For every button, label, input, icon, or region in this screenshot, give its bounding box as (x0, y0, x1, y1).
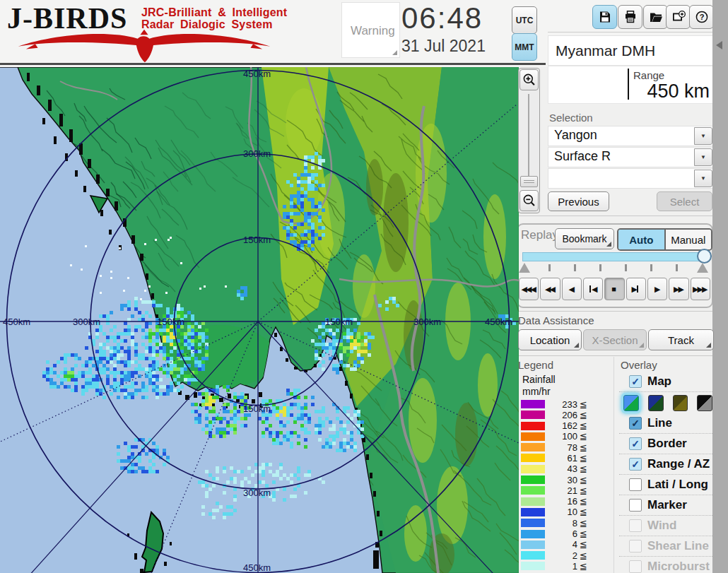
playback-rewind-button[interactable]: ◀◀ (540, 278, 560, 300)
map-style-3-button[interactable] (673, 395, 688, 411)
overlay-item-label: Map (647, 374, 671, 389)
data-assistance-track-button[interactable]: Track (648, 329, 714, 350)
zoom-slider-handle[interactable] (520, 176, 538, 187)
range-label: Range (633, 69, 664, 81)
legend-value: 78 (545, 442, 577, 453)
dropdown-arrow-button[interactable]: ▼ (694, 148, 712, 166)
range-ring-label: 150km (157, 317, 184, 327)
section-divider (516, 355, 712, 356)
utc-button[interactable]: UTC (512, 6, 537, 34)
header-divider (0, 63, 546, 65)
manual-mode-button[interactable]: Manual (666, 230, 712, 249)
selection-label: Selection (549, 112, 593, 124)
collapse-arrow-icon[interactable] (716, 41, 722, 49)
checkbox-border[interactable]: ✓ (629, 437, 642, 450)
overlay-item-label: Lati / Long (647, 478, 708, 492)
legend-leq-symbol: ≦ (580, 528, 587, 539)
checkbox-shearline[interactable] (629, 540, 642, 553)
legend-leq-symbol: ≦ (580, 463, 587, 474)
playback-reverse-play-button[interactable]: ◀ (562, 278, 582, 300)
legend-value: 233 (545, 399, 577, 410)
playback-skip-forward-button[interactable]: ▶▶▶ (691, 278, 710, 300)
legend-row: 21≦ (521, 486, 609, 495)
legend-row: 16≦ (521, 497, 609, 506)
folder-icon (649, 10, 663, 24)
playback-step-forward-button[interactable]: ▶ (626, 278, 646, 300)
checkbox-latilong[interactable] (629, 478, 642, 491)
data-assistance-location-button[interactable]: Location (518, 329, 582, 350)
open-file-button[interactable] (643, 5, 668, 29)
playback-step-back-button[interactable]: ◀ (583, 278, 603, 300)
overlay-item-label: Marker (647, 498, 687, 512)
zoom-in-button[interactable] (519, 69, 539, 90)
slider-tick (676, 264, 678, 271)
auto-mode-button[interactable]: Auto (618, 230, 666, 249)
slider-tick (548, 264, 551, 271)
slider-tick (650, 264, 652, 271)
legend-leq-symbol: ≦ (580, 496, 587, 507)
checkbox-line[interactable]: ✓ (629, 417, 642, 430)
legend-value: 6 (545, 528, 577, 539)
checkbox-rangeaz[interactable]: ✓ (629, 458, 642, 471)
checkbox-map[interactable]: ✓ (629, 375, 642, 388)
legend-row: 2≦ (521, 551, 609, 560)
playback-controls: ◀◀◀◀◀◀◀■▶▶▶▶▶▶▶ (519, 278, 710, 300)
site-dropdown[interactable]: Yangon ▼ (548, 126, 714, 146)
previous-button[interactable]: Previous (548, 191, 609, 211)
playback-stop-button[interactable]: ■ (604, 278, 624, 300)
playback-fast-rewind-button[interactable]: ◀◀◀ (519, 278, 539, 300)
legend-color-swatch (521, 475, 545, 484)
legend-leq-symbol: ≦ (580, 475, 587, 485)
replay-timeline-slider[interactable] (522, 252, 707, 261)
toolbar-divider (548, 32, 712, 33)
zoom-slider-track[interactable] (528, 94, 529, 177)
map-style-4-button[interactable] (697, 395, 712, 411)
checkbox-microburst[interactable] (629, 560, 642, 573)
menu-corner-icon (574, 343, 579, 348)
range-ring-label: 450km (243, 69, 271, 79)
checkbox-wind[interactable] (629, 519, 642, 532)
dropdown-arrow-button[interactable]: ▼ (694, 127, 712, 145)
printer-icon (623, 10, 638, 24)
legend-value: 10 (545, 507, 577, 517)
warning-button[interactable]: Warning (341, 2, 400, 58)
zoom-out-button[interactable] (519, 190, 539, 211)
slider-end-marker[interactable] (697, 263, 708, 273)
bookmark-button[interactable]: Bookmark (555, 228, 614, 249)
help-button[interactable]: ? (689, 5, 714, 29)
legend-value: 16 (545, 496, 577, 507)
playback-fast-forward-button[interactable]: ▶▶ (669, 278, 688, 300)
mmt-button[interactable]: MMT (512, 33, 537, 61)
range-value: 450 km (628, 81, 710, 102)
range-ring-label: 150km (243, 235, 271, 245)
slider-start-marker[interactable] (519, 263, 530, 273)
slider-handle[interactable] (697, 249, 712, 264)
overlay-row-shearline: Shear Line (619, 536, 712, 556)
legend-title: Rainfall mm/hr (522, 374, 556, 398)
map-style-1-button[interactable] (623, 395, 639, 411)
playback-play-button[interactable]: ▶ (647, 278, 667, 300)
extra-dropdown[interactable]: ▼ (548, 168, 714, 189)
radar-map[interactable]: 150km300km450km150km300km450km150km300km… (0, 67, 519, 573)
legend-color-swatch (521, 519, 545, 527)
checkbox-marker[interactable] (629, 499, 642, 512)
panel-edge-strip (712, 0, 728, 573)
select-button[interactable]: Select (657, 191, 712, 211)
legend-row: 8≦ (521, 519, 609, 527)
legend-row: 10≦ (521, 508, 609, 516)
legend-row: 43≦ (521, 465, 609, 473)
snapshot-button[interactable] (666, 5, 691, 29)
overlay-item-label: Range / AZ (647, 457, 710, 471)
data-assistance-xsection-button[interactable]: X-Section (583, 329, 647, 350)
legend-color-swatch (521, 540, 545, 549)
menu-corner-icon (606, 242, 611, 247)
dropdown-arrow-button[interactable]: ▼ (694, 170, 712, 187)
overlay-item-label: Border (647, 437, 687, 451)
product-dropdown[interactable]: Surface R ▼ (548, 147, 714, 167)
print-button[interactable] (618, 5, 642, 29)
legend-value: 100 (545, 431, 577, 442)
overlay-row-border: ✓Border (619, 433, 712, 454)
save-button[interactable] (592, 5, 617, 29)
overlay-item-label: Line (647, 416, 672, 430)
map-style-2-button[interactable] (648, 395, 664, 411)
